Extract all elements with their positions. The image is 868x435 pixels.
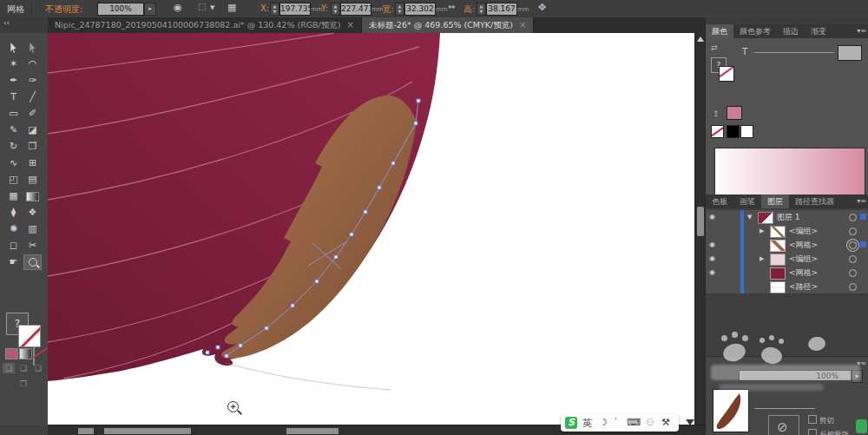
- layer-name[interactable]: <网格>: [789, 267, 818, 279]
- brush-icon[interactable]: ❜: [615, 417, 617, 425]
- opacity-dropdown-icon[interactable]: ▸: [852, 370, 863, 383]
- target-circle-icon[interactable]: [849, 241, 857, 249]
- black-swatch[interactable]: [727, 125, 740, 138]
- mask-slider[interactable]: [754, 408, 815, 409]
- opacity-dropdown-button[interactable]: ▸: [144, 3, 156, 16]
- layer-name[interactable]: <编组>: [789, 254, 818, 265]
- scrollbar-thumb[interactable]: [697, 207, 704, 236]
- target-circle-icon[interactable]: [849, 255, 857, 263]
- zoom-level-field[interactable]: [104, 428, 191, 434]
- artboard-canvas[interactable]: +: [48, 33, 694, 425]
- draw-inside-button[interactable]: ❏: [32, 363, 44, 373]
- clip-checkbox[interactable]: 剪切: [808, 415, 834, 426]
- line-tool[interactable]: ╱: [23, 89, 42, 105]
- status-chip[interactable]: [78, 428, 94, 434]
- layer-row-5[interactable]: ◉ <网格>: [706, 266, 868, 280]
- target-circle-icon[interactable]: [849, 227, 857, 235]
- layer-thumbnail[interactable]: [770, 254, 786, 266]
- eraser-tool[interactable]: ◪: [23, 122, 42, 138]
- tab-color-guide[interactable]: 颜色参考: [733, 24, 777, 38]
- expand-icon[interactable]: ▶: [760, 227, 764, 234]
- visibility-eye-icon[interactable]: ◉: [709, 213, 715, 221]
- direct-selection-tool[interactable]: [23, 40, 42, 56]
- layer-name[interactable]: <网格>: [789, 240, 818, 251]
- visibility-eye-icon[interactable]: ◉: [709, 241, 715, 248]
- width-tool[interactable]: ∿: [4, 155, 23, 171]
- eyedropper-tool[interactable]: ⧫: [4, 205, 23, 221]
- select-similar-icon[interactable]: ⬚: [198, 2, 206, 11]
- document-tab-2[interactable]: 未标题-26* @ 469.65% (CMYK/预览)×: [362, 17, 534, 33]
- scale-tool[interactable]: ❐: [23, 139, 42, 155]
- panel-menu-icon[interactable]: ▾≡: [857, 27, 866, 35]
- target-circle-icon[interactable]: [849, 269, 857, 277]
- pen-tool[interactable]: ✒: [4, 73, 23, 89]
- sogou-logo-icon[interactable]: S: [565, 417, 577, 429]
- x-stepper[interactable]: ▲▼: [270, 3, 279, 16]
- ime-language-mode[interactable]: 英: [582, 417, 592, 430]
- type-slider[interactable]: [754, 52, 834, 53]
- panel-menu-icon[interactable]: ▾≡: [857, 359, 866, 367]
- swap-fill-stroke-icon[interactable]: ⇄: [711, 43, 718, 52]
- document-tab-1[interactable]: Nipic_24787180_20190504100006738082.ai* …: [48, 17, 362, 33]
- panel-menu-icon[interactable]: ▾≡: [857, 197, 866, 205]
- layer-thumbnail[interactable]: [770, 281, 786, 293]
- artboard-nav-field[interactable]: [286, 428, 339, 434]
- hand-tool[interactable]: ☛: [4, 254, 23, 270]
- tab-swatches[interactable]: 色板: [706, 194, 733, 208]
- tab-brushes[interactable]: 画笔: [733, 194, 761, 208]
- ime-toolbar[interactable]: S 英 ☽ ❜ ⌨ ⚇ ⚒: [561, 414, 679, 432]
- layer-row-4[interactable]: ◉ ▶ <编组>: [706, 252, 868, 267]
- moon-icon[interactable]: ☽: [599, 417, 608, 428]
- blend-tool[interactable]: ❖: [23, 205, 42, 221]
- link-dimensions-icon[interactable]: ⇔: [448, 2, 455, 11]
- slice-tool[interactable]: ✂: [23, 238, 42, 254]
- mask-disabled-icon[interactable]: [768, 415, 799, 435]
- checkbox-icon[interactable]: [808, 429, 817, 435]
- visibility-eye-icon[interactable]: ◉: [709, 268, 715, 276]
- shape-builder-tool[interactable]: ◰: [4, 172, 23, 188]
- mesh-tool[interactable]: ▦: [4, 188, 23, 204]
- keyboard-icon[interactable]: ⌨: [627, 417, 641, 428]
- pencil-tool[interactable]: ✎: [4, 122, 23, 138]
- current-color-swatch[interactable]: [727, 106, 742, 120]
- layer-row-3[interactable]: ◉ <网格>: [706, 238, 868, 253]
- layer-name[interactable]: <路径>: [789, 281, 818, 293]
- rotate-tool[interactable]: ↻: [4, 139, 23, 155]
- paintbrush-tool[interactable]: ✐: [23, 106, 42, 122]
- symbol-sprayer-tool[interactable]: ✺: [4, 221, 23, 237]
- mic-icon[interactable]: ⚇: [646, 417, 654, 428]
- color-mode-button[interactable]: [5, 348, 18, 359]
- free-transform-tool[interactable]: ⊞: [23, 155, 42, 171]
- graph-tool[interactable]: ▥: [23, 221, 42, 237]
- wrench-icon[interactable]: ⚒: [661, 417, 670, 428]
- zoom-tool[interactable]: [23, 254, 42, 270]
- layer-thumbnail[interactable]: [770, 267, 786, 280]
- tab-color[interactable]: 颜色: [706, 24, 733, 38]
- dropdown-caret-icon[interactable]: [686, 419, 694, 425]
- layer-thumbnail[interactable]: [770, 240, 786, 252]
- layer-name[interactable]: 图层 1: [777, 212, 800, 223]
- invert-mask-checkbox[interactable]: 反相蒙版: [808, 429, 849, 435]
- rectangle-tool[interactable]: ▭: [4, 106, 23, 122]
- y-stepper[interactable]: ▲▼: [331, 3, 340, 16]
- none-swatch[interactable]: [711, 125, 724, 138]
- height-input[interactable]: 38.167: [486, 3, 517, 16]
- draw-behind-button[interactable]: ❏: [17, 363, 30, 373]
- gradient-mode-button[interactable]: [19, 348, 32, 359]
- target-circle-icon[interactable]: [849, 214, 857, 221]
- perspective-grid-tool[interactable]: ▤: [23, 172, 42, 188]
- white-swatch[interactable]: [740, 125, 753, 138]
- width-stepper[interactable]: ▲▼: [395, 3, 404, 16]
- height-stepper[interactable]: ▲▼: [477, 3, 486, 16]
- align-grid-icon[interactable]: ▦: [227, 2, 236, 13]
- object-thumbnail[interactable]: [713, 389, 749, 432]
- width-input[interactable]: 32.302: [404, 3, 436, 16]
- checkbox-icon[interactable]: [808, 415, 817, 424]
- scroll-up-icon[interactable]: [697, 36, 704, 42]
- gradient-tool[interactable]: [23, 188, 42, 204]
- layer-thumbnail[interactable]: [758, 212, 773, 224]
- tab-stroke[interactable]: 描边: [777, 24, 805, 38]
- draw-normal-button[interactable]: ❏: [3, 363, 15, 373]
- y-input[interactable]: 227.471: [340, 3, 372, 16]
- recolor-artwork-icon[interactable]: ◉: [174, 2, 182, 13]
